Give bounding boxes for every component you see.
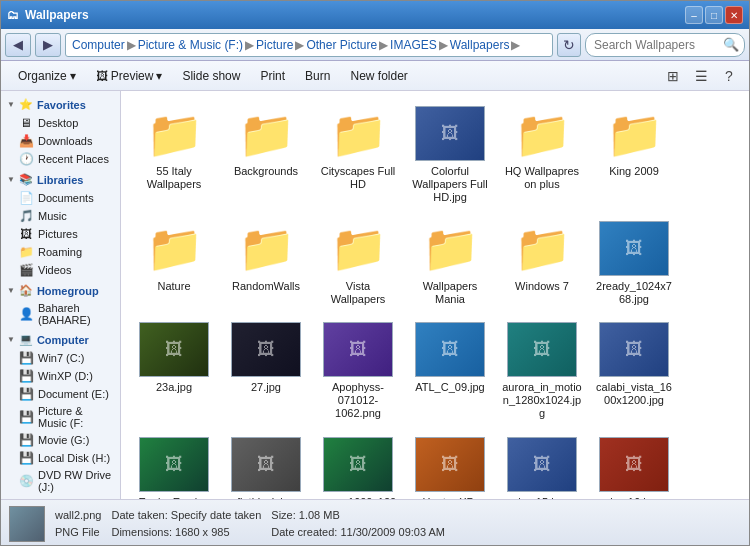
sidebar-item-bahareh[interactable]: 👤 Bahareh (BAHARE) (1, 300, 120, 328)
file-item[interactable]: 📁HQ Wallpapres on plus (497, 99, 587, 212)
breadcrumb-other-picture[interactable]: Other Picture (306, 38, 377, 52)
status-size: Size: 1.08 MB (271, 507, 445, 524)
sidebar-item-videos[interactable]: 🎬 Videos (1, 261, 120, 279)
file-item[interactable]: 🖼23a.jpg (129, 315, 219, 428)
search-input[interactable] (585, 33, 745, 57)
file-item[interactable]: 📁Backgrounds (221, 99, 311, 212)
sidebar-header-favorites[interactable]: ▼ ⭐ Favorites (1, 95, 120, 114)
title-bar-left: 🗂 Wallpapers (7, 8, 89, 22)
file-label: img16.jpg (610, 496, 658, 500)
sidebar-item-pictures[interactable]: 🖼 Pictures (1, 225, 120, 243)
minimize-button[interactable]: – (685, 6, 703, 24)
downloads-icon: 📥 (19, 134, 33, 148)
file-thumbnail: 📁 (415, 221, 485, 276)
maximize-button[interactable]: □ (705, 6, 723, 24)
breadcrumb-bar: Computer ▶ Picture & Music (F:) ▶ Pictur… (65, 33, 553, 57)
sidebar-item-roaming[interactable]: 📁 Roaming (1, 243, 120, 261)
file-thumbnail: 📁 (507, 221, 577, 276)
breadcrumb-computer[interactable]: Computer (72, 38, 125, 52)
toolbar: Organize ▾ 🖼 Preview ▾ Slide show Print … (1, 61, 749, 91)
file-item[interactable]: 📁55 Italy Wallpapers (129, 99, 219, 212)
file-item[interactable]: 🖼img16.jpg (589, 430, 679, 500)
sidebar-item-music[interactable]: 🎵 Music (1, 207, 120, 225)
dvd-icon: 💿 (19, 474, 33, 488)
file-item[interactable]: 🖼calabi_vista_1600x1200.jpg (589, 315, 679, 428)
status-filename: wall2.png (55, 507, 101, 524)
close-button[interactable]: ✕ (725, 6, 743, 24)
sidebar-item-win7c[interactable]: 💾 Win7 (C:) (1, 349, 120, 367)
file-item[interactable]: 🖼ATL_C_09.jpg (405, 315, 495, 428)
file-item[interactable]: 📁Vista Wallpapers (313, 214, 403, 313)
file-item[interactable]: 📁King 2009 (589, 99, 679, 212)
libraries-icon: 📚 (19, 173, 33, 186)
breadcrumb-picture[interactable]: Picture (256, 38, 293, 52)
forward-button[interactable]: ▶ (35, 33, 61, 57)
sidebar-roaming-label: Roaming (38, 246, 82, 258)
file-area: 📁55 Italy Wallpapers📁Backgrounds📁Citysca… (121, 91, 749, 499)
file-item[interactable]: 📁Wallpapers Mania (405, 214, 495, 313)
file-thumbnail: 📁 (139, 221, 209, 276)
file-label: Windows 7 (515, 280, 569, 293)
status-bar: wall2.png PNG File Date taken: Specify d… (1, 499, 749, 546)
breadcrumb-picture-music[interactable]: Picture & Music (F:) (138, 38, 243, 52)
file-item[interactable]: 🖼Apophyss-071012-1062.png (313, 315, 403, 428)
file-item[interactable]: 🖼green1600x1200.jpg (313, 430, 403, 500)
file-label: aurora_in_motion_1280x1024.jpg (502, 381, 582, 421)
details-pane-button[interactable]: ☰ (689, 64, 713, 88)
back-button[interactable]: ◀ (5, 33, 31, 57)
slideshow-button[interactable]: Slide show (173, 64, 249, 88)
file-item[interactable]: 🖼flatblack.jpg (221, 430, 311, 500)
sidebar-item-dvd-j[interactable]: 💿 DVD RW Drive (J:) (1, 467, 120, 495)
sidebar-item-winxp[interactable]: 💾 WinXP (D:) (1, 367, 120, 385)
file-item[interactable]: 🖼aurora_in_motion_1280x1024.jpg (497, 315, 587, 428)
file-item[interactable]: 🖼Eagle_Eye.jpg (129, 430, 219, 500)
sidebar-item-desktop[interactable]: 🖥 Desktop (1, 114, 120, 132)
sidebar-item-document-e[interactable]: 💾 Document (E:) (1, 385, 120, 403)
view-toggle-button[interactable]: ⊞ (661, 64, 685, 88)
file-item[interactable]: 📁Windows 7 (497, 214, 587, 313)
sidebar-item-recent-places[interactable]: 🕐 Recent Places (1, 150, 120, 168)
title-bar: 🗂 Wallpapers – □ ✕ (1, 1, 749, 29)
sidebar-item-movie-g[interactable]: 💾 Movie (G:) (1, 431, 120, 449)
burn-button[interactable]: Burn (296, 64, 339, 88)
file-label: ATL_C_09.jpg (415, 381, 485, 394)
preview-icon: 🖼 (96, 69, 108, 83)
organize-button[interactable]: Organize ▾ (9, 64, 85, 88)
breadcrumb-images[interactable]: IMAGES (390, 38, 437, 52)
sidebar-item-local-disk-h[interactable]: 💾 Local Disk (H:) (1, 449, 120, 467)
status-dimensions: Dimensions: 1680 x 985 (111, 524, 261, 541)
sidebar-header-homegroup[interactable]: ▼ 🏠 Homegroup (1, 281, 120, 300)
sidebar-dvdj-label: DVD RW Drive (J:) (38, 469, 114, 493)
file-item[interactable]: 📁RandomWalls (221, 214, 311, 313)
pictures-icon: 🖼 (19, 227, 33, 241)
file-item[interactable]: 🖼img15.jpg (497, 430, 587, 500)
preview-button[interactable]: 🖼 Preview ▾ (87, 64, 172, 88)
file-label: Cityscapes Full HD (318, 165, 398, 191)
file-label: flatblack.jpg (237, 496, 295, 500)
sidebar-item-picture-music-f[interactable]: 💾 Picture & Music (F: (1, 403, 120, 431)
sidebar-header-libraries[interactable]: ▼ 📚 Libraries (1, 170, 120, 189)
libraries-triangle: ▼ (7, 175, 15, 184)
sidebar-item-downloads[interactable]: 📥 Downloads (1, 132, 120, 150)
file-item[interactable]: 🖼Hunter-XP-MSN-1600.jpg (405, 430, 495, 500)
user-icon: 👤 (19, 307, 33, 321)
file-thumbnail: 📁 (323, 106, 393, 161)
file-item[interactable]: 🖼27.jpg (221, 315, 311, 428)
file-item[interactable]: 📁Nature (129, 214, 219, 313)
file-label: King 2009 (609, 165, 659, 178)
sidebar-computer-label: Computer (37, 334, 89, 346)
refresh-button[interactable]: ↻ (557, 33, 581, 57)
new-folder-button[interactable]: New folder (341, 64, 416, 88)
sidebar-item-documents[interactable]: 📄 Documents (1, 189, 120, 207)
file-item[interactable]: 🖼2ready_1024x768.jpg (589, 214, 679, 313)
file-label: 27.jpg (251, 381, 281, 394)
breadcrumb-wallpapers[interactable]: Wallpapers (450, 38, 510, 52)
file-thumbnail: 🖼 (139, 322, 209, 377)
sidebar-header-computer[interactable]: ▼ 💻 Computer (1, 330, 120, 349)
sidebar-section-computer: ▼ 💻 Computer 💾 Win7 (C:) 💾 WinXP (D:) 💾 … (1, 330, 120, 495)
help-button[interactable]: ? (717, 64, 741, 88)
print-button[interactable]: Print (251, 64, 294, 88)
file-item[interactable]: 📁Cityscapes Full HD (313, 99, 403, 212)
sidebar-header-network[interactable]: ▶ 🌐 Network (1, 497, 120, 499)
file-item[interactable]: 🖼Colorful Wallpapers Full HD.jpg (405, 99, 495, 212)
